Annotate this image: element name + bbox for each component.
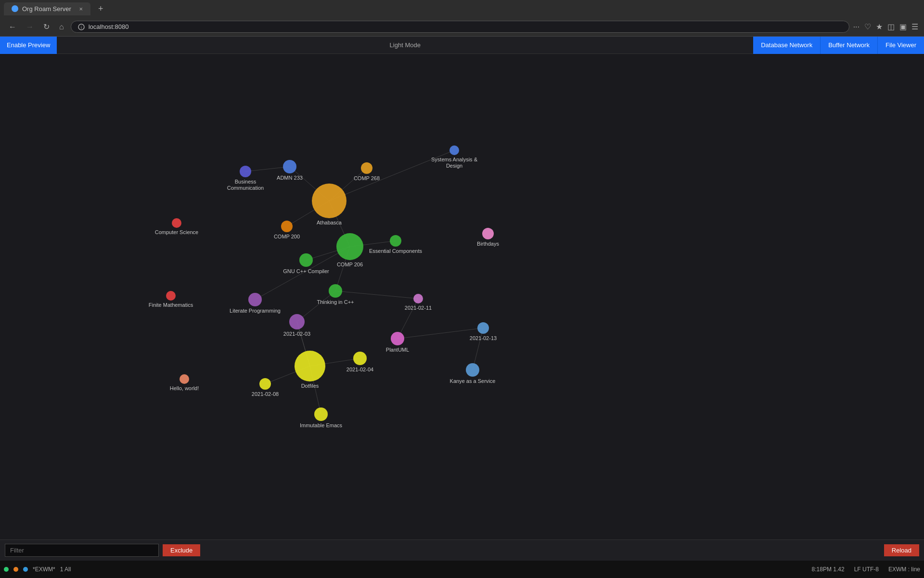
status-mode: EXWM : line (888, 566, 920, 573)
status-dot-green (4, 567, 9, 572)
main-canvas: BusinessCommunicationADMN 233COMP 268Sys… (0, 54, 924, 512)
file-viewer-button[interactable]: File Viewer (878, 37, 924, 54)
tab-favicon (12, 5, 18, 12)
svg-text:Literate Programming: Literate Programming (230, 308, 281, 314)
svg-text:i: i (81, 25, 82, 30)
node-immutable-emacs[interactable] (314, 407, 328, 421)
svg-text:Kanye as a Service: Kanye as a Service (450, 378, 496, 384)
node-plantUML[interactable] (391, 332, 404, 345)
node-2021-02-04[interactable] (353, 352, 367, 365)
browser-toolbar: ← → ↻ ⌂ i localhost:8080 ··· ♡ ★ ◫ ▣ ☰ (0, 17, 924, 37)
status-encoding: LF UTF-8 (854, 566, 879, 573)
svg-text:Finite Mathematics: Finite Mathematics (149, 302, 193, 308)
browser-titlebar: Org Roam Server × + (0, 0, 924, 17)
node-computer-science[interactable] (172, 218, 181, 228)
enable-preview-button[interactable]: Enable Preview (0, 37, 57, 54)
node-kanye[interactable] (466, 363, 479, 377)
reload-graph-button[interactable]: Reload (884, 544, 919, 556)
svg-text:Essential Components: Essential Components (369, 248, 423, 254)
node-2021-02-08[interactable] (259, 378, 271, 390)
workspace-label: *EXWM* (33, 566, 55, 573)
node-essential-components[interactable] (390, 235, 401, 247)
svg-text:COMP 200: COMP 200 (274, 234, 300, 239)
menu-dots[interactable]: ··· (853, 23, 860, 31)
svg-text:Immutable Emacs: Immutable Emacs (300, 422, 343, 428)
forward-button[interactable]: → (23, 21, 37, 33)
svg-point-40 (482, 228, 494, 239)
node-2021-02-03[interactable] (289, 314, 305, 329)
database-network-button[interactable]: Database Network (753, 37, 821, 54)
svg-point-50 (413, 294, 423, 303)
node-dotfiles[interactable] (295, 351, 325, 381)
svg-point-28 (449, 145, 459, 155)
security-icon: i (78, 24, 85, 30)
svg-point-30 (312, 184, 346, 218)
svg-point-36 (336, 233, 363, 260)
hamburger-icon[interactable]: ☰ (911, 22, 918, 31)
node-thinking-cpp[interactable] (329, 284, 342, 298)
svg-point-26 (361, 162, 372, 174)
svg-text:2021-02-04: 2021-02-04 (346, 367, 373, 372)
svg-point-66 (180, 374, 189, 384)
svg-point-24 (283, 160, 296, 173)
svg-text:Birthdays: Birthdays (477, 241, 499, 247)
svg-text:2021-02-11: 2021-02-11 (405, 305, 432, 311)
node-comp206[interactable] (336, 233, 363, 260)
window-icon[interactable]: ▣ (899, 22, 907, 31)
svg-line-12 (335, 291, 418, 299)
network-graph: BusinessCommunicationADMN 233COMP 268Sys… (0, 54, 924, 512)
svg-text:BusinessCommunication: BusinessCommunication (227, 179, 264, 191)
node-comp200[interactable] (281, 221, 293, 232)
svg-text:Systems Analysis &Design: Systems Analysis &Design (431, 157, 478, 169)
svg-point-46 (166, 291, 176, 301)
node-athabasca[interactable] (312, 184, 346, 218)
node-systems-analysis[interactable] (449, 145, 459, 155)
tab-title: Org Roam Server (22, 5, 71, 13)
node-2021-02-11[interactable] (413, 294, 423, 303)
address-text: localhost:8080 (89, 23, 129, 30)
node-birthdays[interactable] (482, 228, 494, 239)
back-button[interactable]: ← (6, 21, 19, 33)
new-tab-button[interactable]: + (94, 3, 107, 15)
desktop-label: 1 All (60, 566, 71, 573)
svg-point-64 (259, 378, 271, 390)
svg-point-60 (295, 351, 325, 381)
svg-point-34 (172, 218, 181, 228)
light-mode-label: Light Mode (390, 41, 421, 49)
home-button[interactable]: ⌂ (56, 21, 67, 33)
reload-button[interactable]: ↻ (40, 20, 52, 33)
svg-text:Computer Science: Computer Science (155, 229, 199, 235)
node-gnu-cpp[interactable] (299, 253, 313, 267)
buffer-network-button[interactable]: Buffer Network (821, 37, 878, 54)
node-comp268[interactable] (361, 162, 372, 174)
svg-text:COMP 206: COMP 206 (337, 262, 363, 267)
svg-text:ADMN 233: ADMN 233 (277, 175, 303, 181)
node-finite-math[interactable] (166, 291, 176, 301)
filter-input[interactable] (5, 544, 159, 557)
svg-point-58 (466, 363, 479, 377)
status-right: 8:18PM 1.42 LF UTF-8 EXWM : line (812, 566, 920, 573)
bottom-bar: Exclude Reload (0, 539, 924, 561)
toolbar-right: ··· ♡ ★ ◫ ▣ ☰ (853, 22, 918, 31)
svg-text:Dotfiles: Dotfiles (301, 383, 319, 389)
svg-point-48 (248, 293, 262, 306)
exclude-button[interactable]: Exclude (163, 544, 200, 556)
svg-point-38 (390, 235, 401, 247)
node-hello-world[interactable] (180, 374, 189, 384)
svg-point-52 (289, 314, 305, 329)
node-admn233[interactable] (283, 160, 296, 173)
star-icon[interactable]: ★ (876, 22, 883, 31)
node-2021-02-13[interactable] (477, 322, 489, 334)
grid-icon[interactable]: ◫ (887, 22, 895, 31)
svg-point-22 (240, 166, 251, 177)
svg-point-32 (281, 221, 293, 232)
node-literate-programming[interactable] (248, 293, 262, 306)
bookmark-icon[interactable]: ♡ (864, 22, 871, 31)
svg-text:2021-02-03: 2021-02-03 (283, 331, 310, 337)
node-business-comm[interactable] (240, 166, 251, 177)
svg-point-62 (353, 352, 367, 365)
svg-text:Hello, world!: Hello, world! (170, 385, 199, 391)
address-bar[interactable]: i localhost:8080 (71, 21, 849, 33)
tab-close-button[interactable]: × (79, 5, 83, 13)
browser-tab[interactable]: Org Roam Server × (4, 2, 90, 15)
